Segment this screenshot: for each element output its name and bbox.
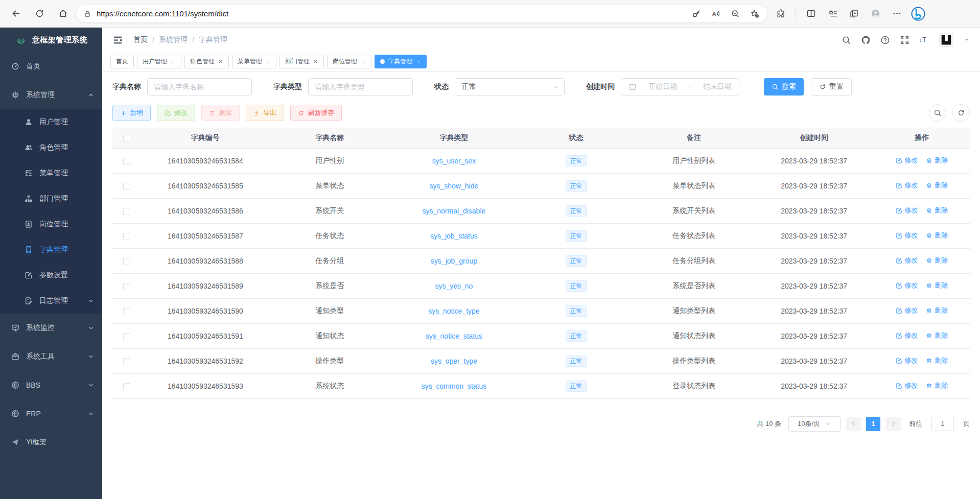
delete-row-button[interactable]: 删除 bbox=[926, 381, 948, 390]
date-range-picker[interactable]: 开始日期 - 结束日期 bbox=[621, 78, 739, 96]
sidebar-item-log-mgmt[interactable]: 日志管理 bbox=[0, 288, 102, 314]
delete-row-button[interactable]: 删除 bbox=[926, 281, 948, 290]
edit-row-button[interactable]: 修改 bbox=[896, 231, 918, 240]
favorite-add-button[interactable] bbox=[746, 5, 763, 22]
copy-add-button[interactable] bbox=[845, 5, 862, 22]
delete-row-button[interactable]: 删除 bbox=[926, 331, 948, 340]
sidebar-item-home[interactable]: 首页 bbox=[0, 52, 102, 81]
edit-row-button[interactable]: 修改 bbox=[896, 156, 918, 165]
add-button[interactable]: 新增 bbox=[112, 105, 151, 121]
dict-type-link[interactable]: sys_job_status bbox=[430, 232, 478, 240]
delete-button[interactable]: 删除 bbox=[201, 105, 240, 121]
row-checkbox[interactable] bbox=[123, 183, 130, 190]
edit-row-button[interactable]: 修改 bbox=[896, 306, 918, 315]
toggle-search-button[interactable] bbox=[929, 104, 946, 122]
sidebar-item-dept-mgmt[interactable]: 部门管理 bbox=[0, 186, 102, 211]
question-button[interactable] bbox=[880, 35, 890, 45]
delete-row-button[interactable]: 删除 bbox=[926, 181, 948, 190]
search-button[interactable] bbox=[842, 35, 851, 45]
sidebar-item-role-mgmt[interactable]: 角色管理 bbox=[0, 135, 102, 160]
reset-button[interactable]: 重置 bbox=[811, 78, 852, 96]
next-page-button[interactable] bbox=[885, 417, 901, 431]
more-button[interactable] bbox=[888, 5, 905, 22]
select-all-checkbox[interactable] bbox=[123, 135, 130, 142]
copilot-button[interactable] bbox=[909, 5, 927, 22]
dict-type-link[interactable]: sys_oper_type bbox=[431, 357, 477, 365]
page-size-select[interactable]: 10条/页 bbox=[788, 416, 841, 432]
edit-button[interactable]: 修改 bbox=[157, 105, 195, 121]
delete-row-button[interactable]: 删除 bbox=[926, 306, 948, 315]
read-aloud-button[interactable]: A bbox=[707, 5, 725, 22]
dict-type-link[interactable]: sys_normal_disable bbox=[423, 207, 486, 215]
edit-row-button[interactable]: 修改 bbox=[896, 256, 918, 265]
row-checkbox[interactable] bbox=[123, 233, 130, 240]
row-checkbox[interactable] bbox=[123, 358, 130, 365]
tab-dept-mgmt[interactable]: 部门管理 bbox=[279, 55, 324, 68]
tab-close-icon[interactable] bbox=[170, 59, 176, 64]
dict-type-link[interactable]: sys_notice_type bbox=[428, 307, 479, 315]
tab-close-icon[interactable] bbox=[265, 59, 271, 64]
row-checkbox[interactable] bbox=[123, 258, 130, 265]
tab-close-icon[interactable] bbox=[313, 59, 318, 64]
dict-type-input[interactable] bbox=[308, 78, 413, 96]
sidebar-item-system-tools[interactable]: 系统工具 bbox=[0, 342, 102, 371]
sidebar-item-post-mgmt[interactable]: 岗位管理 bbox=[0, 211, 102, 237]
dict-type-link[interactable]: sys_notice_status bbox=[426, 332, 482, 340]
key-button[interactable] bbox=[688, 5, 705, 22]
tab-user-mgmt[interactable]: 用户管理 bbox=[137, 55, 181, 68]
delete-row-button[interactable]: 删除 bbox=[926, 256, 948, 265]
delete-row-button[interactable]: 删除 bbox=[926, 156, 948, 165]
profile-button[interactable] bbox=[867, 5, 884, 22]
goto-page-input[interactable] bbox=[931, 417, 954, 431]
breadcrumb-item[interactable]: 字典管理 bbox=[199, 35, 227, 44]
dict-name-input[interactable] bbox=[147, 78, 252, 96]
sidebar-item-menu-mgmt[interactable]: 菜单管理 bbox=[0, 160, 102, 186]
dict-type-link[interactable]: sys_user_sex bbox=[432, 157, 476, 165]
sidebar-item-system-mgmt[interactable]: 系统管理 bbox=[0, 81, 102, 109]
edit-row-button[interactable]: 修改 bbox=[896, 206, 918, 215]
row-checkbox[interactable] bbox=[123, 333, 130, 340]
tab-role-mgmt[interactable]: 角色管理 bbox=[184, 55, 229, 68]
tab-close-icon[interactable] bbox=[360, 59, 366, 64]
extensions-button[interactable] bbox=[772, 5, 789, 22]
sidebar-item-dict-mgmt[interactable]: 字典管理 bbox=[0, 237, 102, 263]
edit-row-button[interactable]: 修改 bbox=[896, 381, 918, 390]
breadcrumb-item[interactable]: 系统管理 bbox=[159, 35, 188, 44]
refresh-button[interactable] bbox=[31, 5, 48, 22]
status-select[interactable]: 正常 bbox=[455, 78, 565, 96]
current-page-button[interactable]: 1 bbox=[866, 417, 880, 431]
refresh-table-button[interactable] bbox=[952, 104, 970, 122]
edit-row-button[interactable]: 修改 bbox=[896, 331, 918, 340]
export-button[interactable]: 导出 bbox=[246, 105, 284, 121]
tab-post-mgmt[interactable]: 岗位管理 bbox=[327, 55, 371, 68]
dict-type-link[interactable]: sys_common_status bbox=[422, 382, 487, 390]
tab-menu-mgmt[interactable]: 菜单管理 bbox=[232, 55, 276, 68]
delete-row-button[interactable]: 删除 bbox=[926, 356, 948, 365]
sidebar-item-yi-framework[interactable]: Yi框架 bbox=[0, 428, 102, 457]
sidebar-collapse-button[interactable] bbox=[112, 35, 123, 45]
edit-row-button[interactable]: 修改 bbox=[896, 356, 918, 365]
fullscreen-button[interactable] bbox=[900, 35, 909, 45]
row-checkbox[interactable] bbox=[123, 308, 130, 315]
prev-page-button[interactable] bbox=[846, 417, 861, 431]
back-button[interactable] bbox=[7, 5, 25, 22]
delete-row-button[interactable]: 删除 bbox=[926, 231, 948, 240]
sidebar-item-erp[interactable]: ERP bbox=[0, 399, 102, 428]
row-checkbox[interactable] bbox=[123, 283, 130, 290]
sidebar-item-param-settings[interactable]: 参数设置 bbox=[0, 263, 102, 288]
dict-type-link[interactable]: sys_yes_no bbox=[435, 282, 473, 290]
refresh-cache-button[interactable]: 刷新缓存 bbox=[290, 105, 342, 121]
sidebar-item-system-monitor[interactable]: 系统监控 bbox=[0, 314, 102, 342]
sidebar-item-user-mgmt[interactable]: 用户管理 bbox=[0, 109, 102, 135]
github-button[interactable] bbox=[861, 35, 871, 45]
edit-row-button[interactable]: 修改 bbox=[896, 281, 918, 290]
delete-row-button[interactable]: 删除 bbox=[926, 206, 948, 215]
edit-row-button[interactable]: 修改 bbox=[896, 181, 918, 190]
breadcrumb-item[interactable]: 首页 bbox=[133, 35, 148, 44]
collections-button[interactable] bbox=[824, 5, 841, 22]
sidebar-item-bbs[interactable]: BBS bbox=[0, 371, 102, 399]
caret-down-button[interactable] bbox=[964, 37, 970, 43]
row-checkbox[interactable] bbox=[123, 383, 130, 390]
search-button[interactable]: 搜索 bbox=[764, 78, 804, 96]
font-size-button[interactable]: tT bbox=[919, 35, 929, 45]
